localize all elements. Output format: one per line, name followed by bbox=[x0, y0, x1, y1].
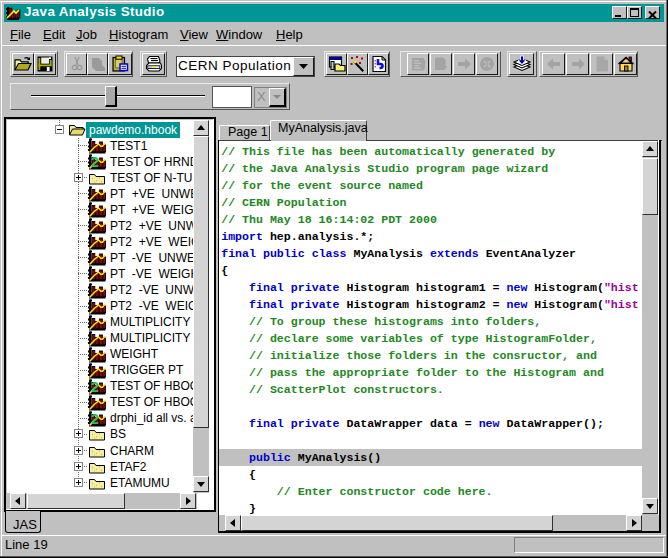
svg-text:2: 2 bbox=[91, 411, 99, 427]
svg-text:2: 2 bbox=[91, 154, 99, 170]
svg-text:2: 2 bbox=[91, 379, 99, 395]
